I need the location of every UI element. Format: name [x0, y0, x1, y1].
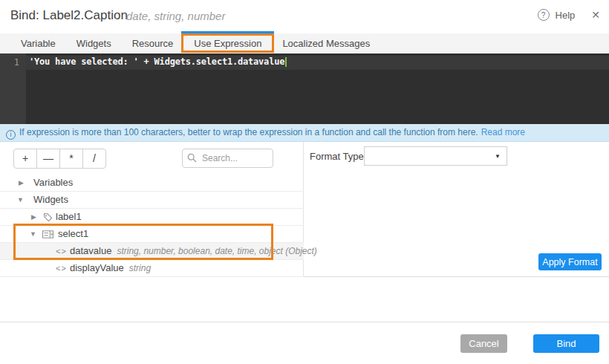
- minus-operator-button[interactable]: —: [36, 149, 60, 169]
- tab-resource[interactable]: Resource: [122, 33, 184, 53]
- tab-use-expression[interactable]: Use Expression: [183, 33, 272, 53]
- tree-item-datavalue[interactable]: <> datavaluestring, number, boolean, dat…: [0, 243, 304, 260]
- help-icon[interactable]: ?: [538, 9, 550, 21]
- dropdown-caret-icon: ▼: [495, 153, 501, 160]
- bind-dialog: Bind: Label2.Caption date, string, numbe…: [0, 0, 609, 364]
- dialog-footer: Cancel Bind: [0, 322, 609, 364]
- type-annotation: string: [129, 263, 151, 273]
- editor-line-number: 1: [0, 57, 19, 68]
- dialog-subtitle: date, string, number: [126, 10, 225, 22]
- code-icon: <>: [56, 260, 67, 276]
- tree-item-displayvalue[interactable]: <> displayValuestring: [0, 260, 304, 277]
- bind-button[interactable]: Bind: [533, 334, 599, 353]
- format-type-label: Format Type: [310, 151, 364, 162]
- select-widget-icon: [42, 230, 53, 238]
- expression-code[interactable]: 'You have selected: ' + Widgets.select1.…: [29, 56, 287, 67]
- help-link[interactable]: Help: [556, 10, 576, 21]
- plus-operator-button[interactable]: +: [13, 149, 37, 169]
- text-cursor: [285, 57, 287, 67]
- tab-bar: Variable Widgets Resource Use Expression…: [0, 33, 609, 53]
- expression-builder-panel: + — * / ▶ Variables ▼ Widgets: [0, 142, 304, 277]
- dialog-title: Bind: Label2.Caption: [10, 8, 128, 23]
- tab-widgets[interactable]: Widgets: [66, 33, 122, 53]
- code-icon: <>: [56, 243, 67, 259]
- tab-variable[interactable]: Variable: [10, 33, 66, 53]
- dialog-header: Bind: Label2.Caption date, string, numbe…: [0, 0, 609, 33]
- apply-format-button[interactable]: Apply Format: [538, 253, 602, 270]
- type-annotation: string, number, boolean, date, time, obj…: [117, 246, 316, 256]
- operator-button-group: + — * /: [13, 149, 106, 169]
- info-bar: iIf expression is more than 100 characte…: [0, 124, 609, 142]
- chevron-right-icon[interactable]: ▶: [31, 209, 36, 225]
- info-icon: i: [6, 130, 16, 140]
- tree-item-variables[interactable]: ▶ Variables: [0, 175, 304, 192]
- info-text: If expression is more than 100 character…: [19, 127, 478, 137]
- read-more-link[interactable]: Read more: [481, 127, 525, 137]
- tree-item-select1[interactable]: ▼ select1: [0, 226, 304, 243]
- active-tab-indicator: [181, 31, 274, 33]
- expression-editor[interactable]: 1 'You have selected: ' + Widgets.select…: [0, 53, 609, 124]
- cancel-button[interactable]: Cancel: [460, 334, 507, 353]
- chevron-down-icon[interactable]: ▼: [17, 192, 24, 208]
- binding-tree: ▶ Variables ▼ Widgets ▶ label1 ▼: [0, 175, 304, 277]
- format-type-dropdown[interactable]: ▼: [364, 146, 507, 166]
- chevron-right-icon[interactable]: ▶: [19, 175, 24, 191]
- search-icon: [187, 153, 197, 163]
- tree-item-widgets[interactable]: ▼ Widgets: [0, 192, 304, 209]
- tree-item-label1[interactable]: ▶ label1: [0, 209, 304, 226]
- close-icon[interactable]: ✕: [591, 9, 600, 21]
- divide-operator-button[interactable]: /: [82, 149, 106, 169]
- multiply-operator-button[interactable]: *: [59, 149, 83, 169]
- tag-icon: [43, 212, 53, 222]
- main-area: + — * / ▶ Variables ▼ Widgets: [0, 142, 609, 277]
- tab-localized-messages[interactable]: Localized Messages: [272, 33, 380, 53]
- chevron-down-icon[interactable]: ▼: [30, 226, 36, 242]
